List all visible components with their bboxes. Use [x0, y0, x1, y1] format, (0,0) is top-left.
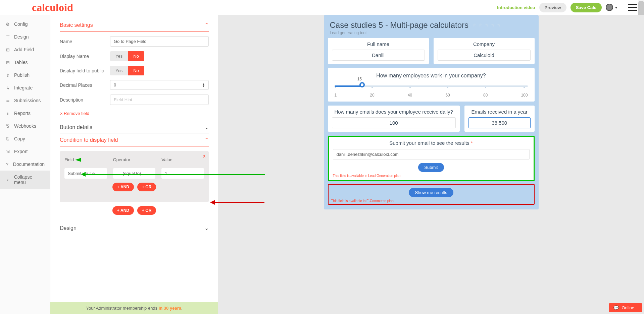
- and-button[interactable]: AND: [112, 183, 134, 191]
- emails-daily-input[interactable]: 100: [332, 117, 456, 128]
- sidebar-item-label: Webhooks: [14, 123, 36, 129]
- sidebar-item-tables[interactable]: ⊞Tables: [0, 56, 50, 69]
- sidebar-item-label: Reports: [14, 111, 31, 116]
- show-results-button[interactable]: Show me results: [409, 188, 453, 197]
- sidebar-item-documentation[interactable]: ?Documentation: [0, 158, 50, 171]
- sidebar-item-label: Tables: [14, 60, 28, 65]
- submit-button[interactable]: Submit: [418, 163, 444, 172]
- reports-icon: ⫾: [5, 111, 10, 116]
- display-name-toggle: Yes No: [110, 51, 144, 61]
- chevron-up-icon: ⌃: [204, 137, 209, 143]
- spinner-arrows-icon[interactable]: ▲▼: [202, 83, 205, 87]
- preview-area: Case studies 5 - Multi-page calculators …: [218, 15, 644, 314]
- close-condition-button[interactable]: x: [203, 153, 205, 159]
- basic-settings-header[interactable]: Basic settings ⌃: [60, 18, 209, 32]
- yes-button[interactable]: Yes: [110, 66, 128, 75]
- emails-year-label: Emails received in a year: [468, 109, 531, 115]
- editor-panel: Basic settings ⌃ Name Display Name Yes N…: [50, 15, 218, 314]
- sidebar-item-label: Export: [14, 149, 28, 154]
- slider-question: How many employees work in your company?: [335, 73, 528, 79]
- no-button[interactable]: No: [128, 66, 144, 75]
- cond-value-input[interactable]: [161, 168, 204, 179]
- condition-header[interactable]: Condition to display field ⌃: [60, 133, 209, 146]
- section-label: Design: [60, 225, 77, 231]
- publish-icon: ⇪: [5, 73, 10, 78]
- no-button[interactable]: No: [128, 51, 144, 61]
- membership-footer: Your Administrator membership ends in 30…: [50, 302, 218, 314]
- submissions-icon: ≣: [5, 98, 10, 103]
- and-button-outer[interactable]: AND: [112, 206, 134, 215]
- logo[interactable]: calculoid: [32, 1, 73, 14]
- fullname-label: Full name: [332, 41, 425, 47]
- chevron-up-icon: ⌃: [204, 22, 209, 28]
- submit-email-input[interactable]: [333, 149, 530, 160]
- sidebar-item-webhooks[interactable]: ⅋Webhooks: [0, 120, 50, 132]
- sidebar-item-design[interactable]: ⊤Design: [0, 30, 50, 43]
- company-input[interactable]: Calculoid: [438, 50, 531, 61]
- name-label: Name: [60, 39, 110, 44]
- sidebar-item-integrate[interactable]: ↳Integrate: [0, 81, 50, 94]
- user-menu[interactable]: ▼: [606, 4, 618, 11]
- or-button[interactable]: OR: [137, 183, 156, 191]
- red-annotation-arrow: [214, 202, 264, 203]
- cond-field-select[interactable]: [64, 168, 107, 179]
- chat-icon: 💬: [613, 305, 619, 310]
- export-icon: ⇲: [5, 149, 10, 154]
- company-label: Company: [438, 41, 531, 47]
- intro-video-link[interactable]: Introduction video: [497, 5, 535, 10]
- arrow-left-icon: [75, 158, 81, 162]
- hamburger-menu[interactable]: [628, 4, 637, 11]
- sidebar-item-export[interactable]: ⇲Export: [0, 145, 50, 158]
- collapse-icon: ‹: [5, 177, 10, 182]
- design-section-header[interactable]: Design ⌄: [60, 222, 209, 234]
- online-chat-button[interactable]: 💬 Online: [609, 303, 642, 312]
- sidebar-item-copy[interactable]: ⎘Copy: [0, 132, 50, 145]
- green-annotation-arrow: [85, 174, 265, 175]
- calculator-title: Case studies 5 - Multi-page calculators: [330, 20, 469, 30]
- or-button-outer[interactable]: OR: [137, 206, 156, 215]
- employee-slider[interactable]: 15: [335, 85, 528, 87]
- sidebar-item-submissions[interactable]: ≣Submissions: [0, 94, 50, 107]
- submit-title: Submit your email to see the results *: [333, 140, 530, 146]
- decimal-label: Decimal Places: [60, 82, 110, 88]
- slider-handle[interactable]: [359, 82, 365, 87]
- sidebar-item-reports[interactable]: ⫾Reports: [0, 107, 50, 120]
- webhooks-icon: ⅋: [5, 124, 10, 129]
- design-icon: ⊤: [5, 35, 10, 40]
- sidebar-item-label: Documentation: [13, 162, 45, 167]
- sidebar-item-label: Copy: [14, 136, 25, 141]
- save-calc-button[interactable]: Save Calc: [571, 3, 602, 12]
- results-box: Show me results This field is available …: [328, 184, 535, 205]
- sidebar-item-publish[interactable]: ⇪Publish: [0, 69, 50, 81]
- star-rating[interactable]: ☆ ☆ ☆ ☆ ☆: [473, 23, 501, 27]
- sidebar-item-label: Integrate: [14, 85, 33, 90]
- calculator-card: Case studies 5 - Multi-page calculators …: [324, 15, 539, 209]
- decimal-places-input[interactable]: 0 ▲▼: [110, 80, 209, 90]
- yes-button[interactable]: Yes: [110, 51, 128, 61]
- cond-operator-select[interactable]: [113, 168, 156, 179]
- sidebar-item-label: Publish: [14, 72, 30, 78]
- name-input[interactable]: [110, 36, 209, 47]
- sidebar-item-label: Submissions: [14, 98, 41, 103]
- help-icon: ?: [5, 162, 9, 167]
- arrow-left-icon: [210, 200, 215, 205]
- sidebar-item-config[interactable]: ⚙Config: [0, 18, 50, 30]
- fullname-input[interactable]: Daniil: [332, 50, 425, 61]
- copy-icon: ⎘: [5, 136, 10, 141]
- cond-operator-label: Operator: [113, 157, 156, 162]
- avatar-icon: [606, 4, 613, 11]
- description-input[interactable]: [110, 95, 209, 105]
- caret-down-icon: ▼: [614, 6, 618, 9]
- calculator-subtitle: Lead generating tool: [328, 30, 535, 38]
- submit-plan-note: This field is available in Lead Generati…: [333, 174, 530, 178]
- topbar: calculoid Introduction video Preview Sav…: [0, 0, 644, 15]
- button-details-header[interactable]: Button details ⌄: [60, 121, 209, 133]
- remove-field-link[interactable]: Remove field: [60, 110, 89, 121]
- section-label: Condition to display field: [60, 137, 118, 143]
- sidebar-item-add-field[interactable]: ⊞Add Field: [0, 43, 50, 56]
- preview-button[interactable]: Preview: [539, 3, 566, 12]
- gear-icon: ⚙: [5, 22, 10, 27]
- chevron-down-icon: ⌄: [204, 124, 209, 130]
- sidebar-item-collapse[interactable]: ‹Collapse menu: [0, 171, 50, 189]
- display-public-label: Display field to public: [60, 68, 110, 73]
